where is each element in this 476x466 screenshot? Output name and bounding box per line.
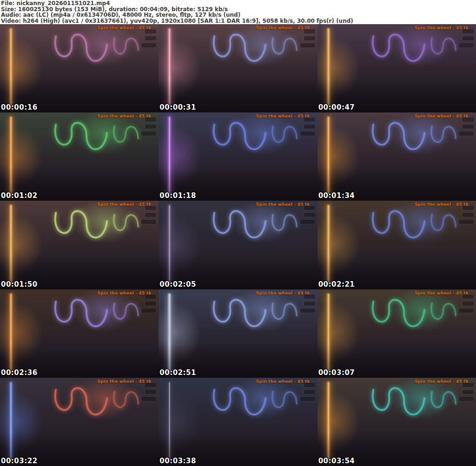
stream-hud-overlay [300, 294, 316, 313]
stream-hud-overlay [300, 382, 316, 401]
hud-badge [141, 219, 157, 224]
hud-badge [145, 205, 157, 210]
hud-badge [458, 308, 474, 313]
hud-badge [304, 29, 316, 34]
frame-timestamp: 00:02:21 [318, 280, 355, 289]
frame-timestamp: 00:02:05 [159, 280, 196, 289]
frame-timestamp: 00:01:50 [1, 280, 38, 289]
hud-badge [145, 212, 157, 217]
video-thumbnail: Spin the wheel - 45 tk 00:02:51 [159, 289, 317, 378]
file-name-line: File: nickanny_202601151021.mp4 [1, 0, 476, 7]
hud-badge [304, 124, 316, 129]
hud-badge [300, 43, 316, 48]
hud-badge [145, 389, 157, 394]
media-info-header: File: nickanny_202601151021.mp4 Size: 16… [0, 0, 476, 24]
video-info-line: Video: h264 (High) (avc1 / 0x31637661), … [1, 18, 476, 24]
hud-badge [462, 36, 474, 41]
hud-badge [458, 396, 474, 401]
hud-badge [304, 301, 316, 306]
hud-badge [145, 117, 157, 122]
hud-badge [304, 36, 316, 41]
stream-hud-overlay [141, 294, 157, 313]
hud-badge [145, 382, 157, 387]
video-thumbnail: Spin the wheel - 45 tk 00:02:21 [317, 201, 476, 289]
hud-badge [462, 29, 474, 34]
video-thumbnail: Spin the wheel - 45 tk 00:01:02 [0, 112, 159, 201]
frame-timestamp: 00:00:47 [318, 103, 355, 112]
hud-badge [300, 308, 316, 313]
video-thumbnail: Spin the wheel - 45 tk 00:03:22 [0, 378, 159, 466]
frame-timestamp: 00:00:31 [159, 103, 196, 112]
hud-badge [462, 212, 474, 217]
video-thumbnail: Spin the wheel - 45 tk 00:00:31 [159, 24, 317, 112]
hud-badge [458, 43, 474, 48]
hud-badge [304, 382, 316, 387]
hud-badge [141, 308, 157, 313]
hud-badge [141, 396, 157, 401]
frame-timestamp: 00:02:36 [1, 368, 38, 377]
video-thumbnail: Spin the wheel - 45 tk 00:02:36 [0, 289, 159, 378]
stream-hud-overlay [458, 117, 474, 136]
video-thumbnail: Spin the wheel - 45 tk 00:03:38 [159, 378, 317, 466]
stream-hud-overlay [141, 382, 157, 401]
video-thumbnail: Spin the wheel - 45 tk 00:00:47 [317, 24, 476, 112]
hud-badge [145, 29, 157, 34]
stream-hud-overlay [300, 205, 316, 224]
frame-timestamp: 00:03:07 [318, 368, 355, 377]
stream-hud-overlay [458, 382, 474, 401]
frame-timestamp: 00:00:16 [1, 103, 38, 112]
hud-badge [462, 382, 474, 387]
stream-hud-overlay [458, 29, 474, 48]
hud-badge [462, 389, 474, 394]
video-thumbnail: Spin the wheel - 45 tk 00:01:50 [0, 201, 159, 289]
hud-badge [462, 117, 474, 122]
stream-hud-overlay [141, 29, 157, 48]
hud-badge [462, 301, 474, 306]
video-thumbnail: Spin the wheel - 45 tk 00:00:16 [0, 24, 159, 112]
frame-timestamp: 00:01:34 [318, 191, 355, 200]
hud-badge [304, 294, 316, 299]
video-thumbnail: Spin the wheel - 45 tk 00:01:34 [317, 112, 476, 201]
video-thumbnail: Spin the wheel - 45 tk 00:01:18 [159, 112, 317, 201]
video-thumbnail: Spin the wheel - 45 tk 00:02:05 [159, 201, 317, 289]
hud-badge [462, 205, 474, 210]
frame-timestamp: 00:01:18 [159, 191, 196, 200]
hud-badge [145, 36, 157, 41]
hud-badge [304, 389, 316, 394]
frame-timestamp: 00:03:22 [1, 457, 38, 465]
hud-badge [458, 131, 474, 136]
hud-badge [462, 294, 474, 299]
hud-badge [300, 396, 316, 401]
frame-timestamp: 00:03:54 [318, 457, 355, 465]
hud-badge [300, 131, 316, 136]
hud-badge [304, 212, 316, 217]
stream-hud-overlay [141, 205, 157, 224]
hud-badge [141, 43, 157, 48]
hud-badge [145, 124, 157, 129]
hud-badge [458, 219, 474, 224]
frame-timestamp: 00:01:02 [1, 191, 38, 200]
stream-hud-overlay [300, 117, 316, 136]
hud-badge [145, 301, 157, 306]
stream-hud-overlay [141, 117, 157, 136]
video-thumbnail: Spin the wheel - 45 tk 00:03:54 [317, 378, 476, 466]
hud-badge [462, 124, 474, 129]
hud-badge [304, 205, 316, 210]
video-thumbnail: Spin the wheel - 45 tk 00:03:07 [317, 289, 476, 378]
thumbnail-grid: Spin the wheel - 45 tk 00:00:16 Spin the… [0, 24, 476, 466]
hud-badge [300, 219, 316, 224]
stream-hud-overlay [300, 29, 316, 48]
frame-timestamp: 00:03:38 [159, 457, 196, 465]
frame-timestamp: 00:02:51 [159, 368, 196, 377]
hud-badge [304, 117, 316, 122]
hud-badge [141, 131, 157, 136]
stream-hud-overlay [458, 205, 474, 224]
hud-badge [145, 294, 157, 299]
stream-hud-overlay [458, 294, 474, 313]
